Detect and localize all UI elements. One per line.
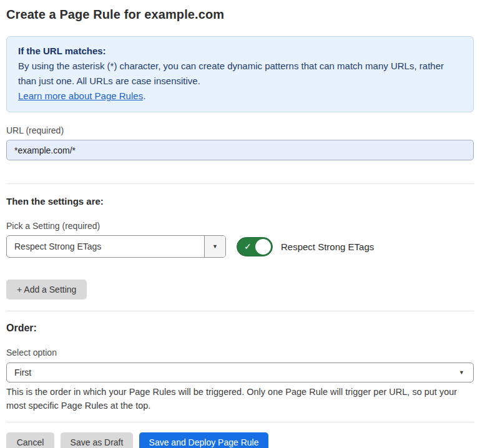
- footer-divider: [6, 422, 474, 422]
- order-select-label: Select option: [6, 348, 474, 358]
- url-label: URL (required): [6, 125, 474, 135]
- order-heading: Order:: [6, 323, 474, 334]
- section-divider: [6, 183, 474, 184]
- caret-down-icon: ▼: [212, 243, 218, 250]
- cancel-button[interactable]: Cancel: [6, 432, 54, 448]
- order-select[interactable]: First ▼: [6, 363, 474, 382]
- setting-select-value: Respect Strong ETags: [7, 236, 204, 257]
- chevron-down-icon: ▼: [459, 369, 464, 376]
- learn-more-link[interactable]: Learn more about Page Rules: [18, 90, 143, 101]
- link-suffix: .: [143, 90, 145, 101]
- setting-picker-label: Pick a Setting (required): [6, 221, 474, 231]
- url-match-info-box: If the URL matches: By using the asteris…: [6, 36, 474, 112]
- section-divider: [6, 311, 474, 311]
- create-page-rule-form: Create a Page Rule for example.com If th…: [0, 7, 480, 448]
- order-help-text: This is the order in which your Page Rul…: [6, 385, 474, 412]
- url-input[interactable]: [6, 140, 474, 160]
- setting-select-arrow-button[interactable]: ▼: [204, 236, 225, 257]
- setting-row: Respect Strong ETags ▼ ✓ Respect Strong …: [6, 235, 474, 258]
- check-icon: ✓: [244, 241, 252, 251]
- info-box-link-line: Learn more about Page Rules.: [18, 89, 462, 104]
- footer-actions: Cancel Save as Draft Save and Deploy Pag…: [6, 432, 474, 448]
- save-draft-button[interactable]: Save as Draft: [61, 432, 133, 448]
- save-deploy-button[interactable]: Save and Deploy Page Rule: [139, 432, 268, 448]
- settings-heading: Then the settings are:: [6, 196, 474, 207]
- etag-toggle-switch[interactable]: ✓: [237, 237, 273, 256]
- order-select-value: First: [7, 363, 473, 382]
- setting-select[interactable]: Respect Strong ETags ▼: [6, 235, 226, 258]
- page-title: Create a Page Rule for example.com: [6, 7, 474, 22]
- toggle-label: Respect Strong ETags: [281, 241, 374, 252]
- info-box-heading: If the URL matches:: [18, 44, 462, 59]
- toggle-knob: [255, 239, 271, 255]
- add-setting-button[interactable]: + Add a Setting: [6, 280, 87, 299]
- info-box-body: By using the asterisk (*) character, you…: [18, 59, 462, 89]
